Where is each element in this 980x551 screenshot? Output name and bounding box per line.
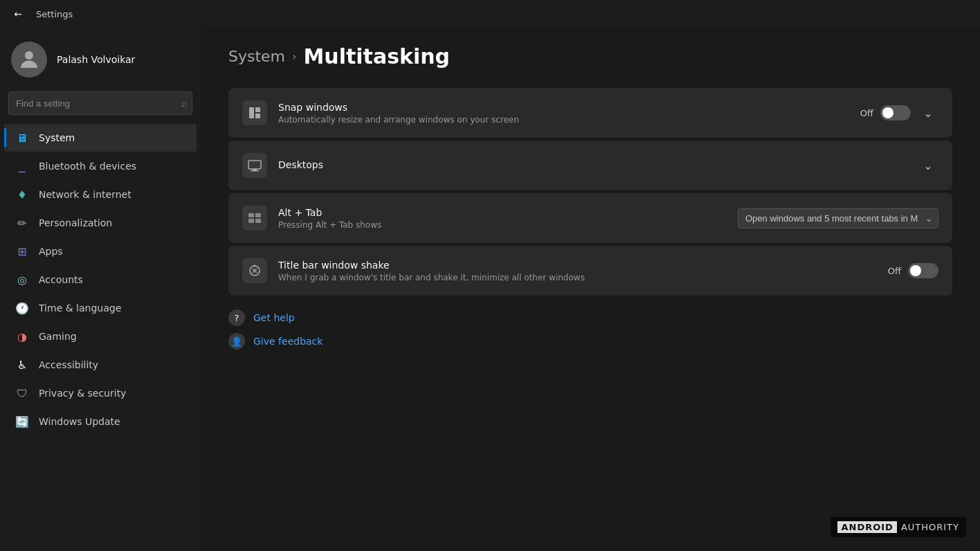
sidebar-item-accounts[interactable]: ◎ Accounts	[4, 266, 197, 293]
svg-rect-5	[253, 169, 257, 170]
snap-windows-icon	[242, 100, 267, 125]
title-bar-shake-toggle-label: Off	[888, 266, 901, 276]
alt-tab-controls: Open windows and 5 most recent tabs in M…	[738, 208, 938, 228]
give-feedback-label: Give feedback	[253, 336, 323, 347]
breadcrumb-parent[interactable]: System	[228, 48, 285, 65]
alt-tab-row: Alt + Tab Pressing Alt + Tab shows Open …	[228, 193, 952, 243]
bluetooth-icon: ⎯	[15, 159, 29, 173]
desktops-card: Desktops ⌄	[228, 141, 952, 190]
breadcrumb-current: Multitasking	[303, 44, 450, 69]
sidebar-item-label: Gaming	[39, 331, 77, 342]
watermark-inner: ANDROID AUTHORITY	[831, 517, 966, 537]
user-name: Palash Volvoikar	[57, 54, 135, 65]
alt-tab-dropdown[interactable]: Open windows and 5 most recent tabs in M…	[738, 208, 938, 228]
sidebar-item-bluetooth[interactable]: ⎯ Bluetooth & devices	[4, 152, 197, 180]
nav-list: 🖥 System ⎯ Bluetooth & devices ♦ Network…	[0, 123, 201, 436]
get-help-link[interactable]: ? Get help	[228, 309, 952, 326]
sidebar-item-label: Personalization	[39, 217, 112, 228]
update-icon: 🔄	[15, 415, 29, 428]
sidebar-item-personalization[interactable]: ✏ Personalization	[4, 209, 197, 237]
sidebar-item-apps[interactable]: ⊞ Apps	[4, 237, 197, 265]
title-bar-title: Settings	[36, 9, 73, 19]
give-feedback-link[interactable]: 👤 Give feedback	[228, 333, 952, 350]
sidebar-item-label: Privacy & security	[39, 388, 126, 399]
snap-toggle[interactable]	[880, 105, 911, 120]
snap-windows-controls: Off ⌄	[860, 102, 938, 123]
desktops-controls: ⌄	[918, 155, 938, 176]
alt-tab-icon	[242, 206, 267, 231]
title-bar: ← Settings	[0, 0, 980, 28]
snap-windows-title: Snap windows	[278, 102, 849, 113]
sidebar-item-privacy[interactable]: 🛡 Privacy & security	[4, 379, 197, 407]
privacy-icon: 🛡	[15, 386, 29, 400]
watermark-authority: AUTHORITY	[901, 522, 959, 532]
snap-windows-card: Snap windows Automatically resize and ar…	[228, 88, 952, 138]
svg-rect-10	[255, 219, 261, 223]
get-help-icon: ?	[228, 309, 245, 326]
sidebar-item-update[interactable]: 🔄 Windows Update	[4, 408, 197, 435]
gaming-icon: ◑	[15, 329, 29, 343]
title-bar-shake-title: Title bar window shake	[278, 260, 877, 271]
time-icon: 🕐	[15, 301, 29, 315]
sidebar-item-label: Apps	[39, 246, 63, 257]
snap-windows-subtitle: Automatically resize and arrange windows…	[278, 115, 849, 125]
title-bar-shake-card: Title bar window shake When I grab a win…	[228, 246, 952, 296]
alt-tab-title: Alt + Tab	[278, 207, 727, 218]
title-bar-shake-toggle[interactable]	[908, 263, 938, 278]
desktops-text: Desktops	[278, 159, 907, 172]
snap-windows-row: Snap windows Automatically resize and ar…	[228, 88, 952, 138]
svg-rect-6	[251, 170, 259, 172]
content-area: System › Multitasking Snap windows Autom…	[201, 28, 980, 551]
sidebar-item-label: Network & internet	[39, 189, 131, 200]
title-bar-shake-subtitle: When I grab a window's title bar and sha…	[278, 273, 877, 282]
sidebar-item-time[interactable]: 🕐 Time & language	[4, 294, 197, 322]
sidebar-item-label: Time & language	[39, 302, 121, 314]
avatar	[11, 42, 47, 78]
sidebar-item-label: Accounts	[39, 274, 83, 285]
desktops-icon	[242, 153, 267, 178]
svg-rect-8	[255, 213, 261, 217]
sidebar-item-label: Windows Update	[39, 416, 120, 427]
sidebar-item-network[interactable]: ♦ Network & internet	[4, 181, 197, 208]
alt-tab-dropdown-wrap: Open windows and 5 most recent tabs in M…	[738, 208, 938, 228]
search-input[interactable]	[8, 91, 192, 115]
title-bar-shake-controls: Off	[888, 263, 938, 278]
desktops-title: Desktops	[278, 159, 907, 170]
svg-point-0	[25, 51, 33, 60]
svg-rect-1	[249, 107, 254, 118]
back-button[interactable]: ←	[8, 4, 28, 24]
svg-point-14	[254, 265, 256, 267]
network-icon: ♦	[15, 188, 29, 201]
sidebar-item-label: System	[39, 132, 75, 143]
alt-tab-icon-svg	[248, 211, 262, 225]
main-layout: Palash Volvoikar ⌕ 🖥 System ⎯ Bluetooth …	[0, 28, 980, 551]
svg-rect-9	[248, 219, 254, 223]
sidebar-item-system[interactable]: 🖥 System	[4, 124, 197, 152]
svg-rect-7	[248, 213, 254, 217]
svg-rect-3	[255, 114, 260, 118]
personalization-icon: ✏	[15, 216, 29, 230]
snap-toggle-label: Off	[860, 108, 873, 118]
watermark: ANDROID AUTHORITY	[831, 517, 966, 537]
give-feedback-icon: 👤	[228, 333, 245, 350]
avatar-icon	[17, 47, 42, 72]
alt-tab-subtitle: Pressing Alt + Tab shows	[278, 220, 727, 230]
snap-windows-text: Snap windows Automatically resize and ar…	[278, 102, 849, 125]
accounts-icon: ◎	[15, 273, 29, 287]
search-box: ⌕	[8, 91, 192, 115]
desktops-row[interactable]: Desktops ⌄	[228, 141, 952, 190]
sidebar-item-accessibility[interactable]: ♿ Accessibility	[4, 351, 197, 379]
title-bar-shake-icon	[242, 258, 267, 283]
watermark-android: ANDROID	[837, 521, 896, 533]
system-icon: 🖥	[15, 131, 29, 145]
title-bar-shake-row: Title bar window shake When I grab a win…	[228, 246, 952, 296]
snap-chevron[interactable]: ⌄	[918, 102, 938, 123]
desktops-chevron[interactable]: ⌄	[918, 155, 938, 176]
breadcrumb-arrow: ›	[292, 50, 296, 63]
sidebar-item-label: Bluetooth & devices	[39, 161, 136, 172]
sidebar-item-gaming[interactable]: ◑ Gaming	[4, 323, 197, 350]
svg-rect-2	[255, 107, 260, 112]
desktops-icon-svg	[248, 159, 262, 172]
svg-rect-4	[248, 161, 261, 169]
snap-icon-svg	[248, 106, 262, 120]
